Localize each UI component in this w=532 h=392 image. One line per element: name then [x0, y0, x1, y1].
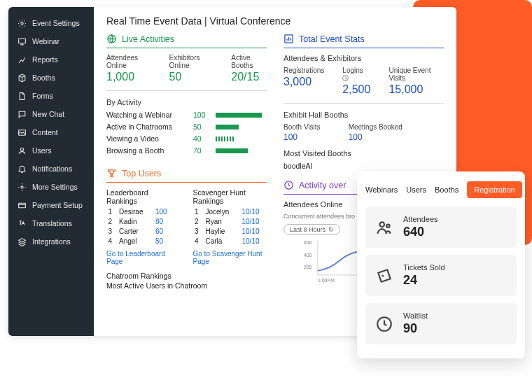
stat-exhibitors-online: Exhibitors Online50: [169, 54, 214, 83]
svg-point-17: [380, 222, 385, 227]
layers-icon: [17, 237, 27, 246]
section-title-text: Activity over: [299, 181, 346, 190]
sidebar-item-users[interactable]: Users: [8, 141, 94, 160]
rank-row: 1Desirae100: [106, 208, 181, 216]
svg-text:600: 600: [304, 240, 312, 245]
stat-card-tickets: Tickets Sold24: [365, 255, 517, 296]
bar-fill: [216, 125, 239, 130]
sidebar-label: New Chat: [32, 110, 64, 118]
svg-text:200: 200: [304, 265, 312, 270]
rank-row: 1Jocelyn10/10: [193, 208, 267, 216]
bar-chart-icon: [284, 34, 295, 45]
sidebar-item-forms[interactable]: Forms: [8, 87, 94, 105]
sidebar-label: More Settings: [32, 183, 78, 191]
analytics-icon: [17, 55, 27, 64]
sidebar-item-event-settings[interactable]: Event Settings: [8, 14, 94, 32]
tab-webinars[interactable]: Webinars: [365, 186, 398, 194]
gear-icon: [17, 182, 27, 192]
rank-row: 3Carter60: [106, 227, 181, 235]
svg-rect-1: [18, 38, 25, 43]
section-top-users: Top Users: [106, 168, 267, 183]
sidebar-item-content[interactable]: Content: [8, 123, 94, 141]
att-ex-head: Attendees & Exhibitors: [284, 54, 444, 62]
totals-stats-row: Registrations3,000 Logins ?2,500 Unique …: [284, 66, 444, 96]
sidebar-item-webinar[interactable]: Webinar: [8, 32, 94, 50]
sidebar-label: Payment Setup: [32, 201, 83, 209]
by-activity-head: By Activity: [106, 98, 267, 106]
goto-leaderboard-link[interactable]: Go to Leaderboard Page: [106, 250, 181, 265]
goto-scavenger-link[interactable]: Go to Scavenger Hunt Page: [193, 250, 267, 265]
bar-fill: [216, 136, 234, 141]
tab-users[interactable]: Users: [406, 186, 426, 194]
stat-unique-visits: Unique Event Visits15,000: [388, 66, 444, 96]
rank-row: 2Ryan10/10: [193, 218, 267, 225]
gear-icon: [17, 18, 27, 28]
exhibit-hall-head: Exhibit Hall Booths: [284, 111, 444, 119]
sidebar-label: Notifications: [32, 164, 72, 173]
sidebar-label: Translations: [32, 219, 72, 227]
activity-row: Watching a Webinar100: [106, 111, 267, 119]
stat-booth-visits: Booth Visits100: [284, 123, 321, 142]
sidebar-label: Users: [32, 146, 51, 155]
chatroom-rankings-head: Chatroom Rankings: [106, 272, 267, 280]
sidebar-item-integrations[interactable]: Integrations: [8, 232, 94, 251]
cube-icon: [17, 73, 27, 83]
divider: [284, 103, 444, 104]
sidebar-item-more-settings[interactable]: More Settings: [8, 178, 94, 196]
activity-row: Active in Chatrooms50: [106, 122, 267, 131]
clock-icon: [375, 315, 393, 333]
top-users-lists: Leaderboard Rankings 1Desirae100 2Kadin8…: [106, 188, 267, 266]
sidebar-label: Webinar: [32, 37, 59, 46]
trophy-icon: [106, 168, 118, 179]
refresh-icon: ↻: [328, 226, 334, 233]
booth-stats-row: Booth Visits100 Meetings Booked100: [284, 123, 444, 142]
sidebar-item-payment-setup[interactable]: Payment Setup: [8, 196, 94, 214]
sidebar-item-translations[interactable]: Translations: [8, 214, 94, 232]
info-icon[interactable]: ?: [342, 75, 349, 81]
svg-point-4: [20, 186, 22, 188]
svg-point-3: [20, 148, 23, 150]
rank-row: 4Angel50: [106, 237, 181, 245]
section-title-text: Total Event Stats: [299, 34, 365, 44]
section-total-stats: Total Event Stats: [284, 34, 444, 48]
section-title-text: Top Users: [122, 169, 161, 178]
svg-rect-5: [18, 203, 25, 208]
rank-row: 4Carla10/10: [193, 237, 267, 245]
sidebar-item-new-chat[interactable]: New Chat: [8, 105, 94, 123]
sidebar-item-notifications[interactable]: Notifications: [8, 160, 94, 178]
sidebar-label: Reports: [32, 55, 58, 64]
card-icon: [17, 200, 27, 210]
sidebar-label: Booths: [32, 74, 55, 82]
stat-card-waitlist: Waitlist90: [365, 303, 517, 344]
stat-active-booths: Active Booths20/15: [231, 54, 267, 83]
user-icon: [17, 146, 27, 155]
bar-fill: [216, 148, 248, 153]
tab-booths[interactable]: Booths: [435, 186, 458, 194]
stat-registrations: Registrations3,000: [284, 66, 324, 96]
svg-point-18: [386, 224, 389, 227]
tab-registration[interactable]: Registration: [467, 181, 522, 198]
stat-card-attendees: Attendees640: [365, 206, 517, 248]
stat-logins: Logins ?2,500: [342, 66, 370, 96]
registration-overlay-card: Webinars Users Booths Registration Atten…: [357, 172, 525, 358]
activity-list: Watching a Webinar100 Active in Chatroom…: [106, 111, 267, 155]
globe-icon: [106, 34, 118, 45]
attendees-icon: [375, 218, 393, 237]
translate-icon: [17, 218, 27, 228]
most-visited-value: boodleAI: [284, 162, 444, 170]
sidebar-item-reports[interactable]: Reports: [8, 50, 94, 69]
monitor-icon: [17, 36, 27, 46]
sidebar-label: Forms: [32, 92, 53, 100]
leaderboard-rankings: Leaderboard Rankings 1Desirae100 2Kadin8…: [106, 188, 181, 266]
section-title-text: Live Activities: [122, 34, 174, 44]
svg-point-0: [20, 22, 22, 24]
sidebar-label: Content: [32, 128, 58, 136]
sidebar-item-booths[interactable]: Booths: [8, 69, 94, 87]
overlay-tabs: Webinars Users Booths Registration: [365, 181, 517, 198]
stat-attendees-online: Attendees Online1,000: [106, 54, 151, 83]
ticket-icon: [375, 267, 393, 285]
chatroom-rankings-sub: Most Active Users in Chatroom: [106, 281, 267, 290]
time-range-pill[interactable]: Last 8 Hours↻: [284, 224, 340, 235]
sidebar-label: Event Settings: [32, 19, 80, 27]
activity-row: Browsing a Booth70: [106, 146, 267, 155]
